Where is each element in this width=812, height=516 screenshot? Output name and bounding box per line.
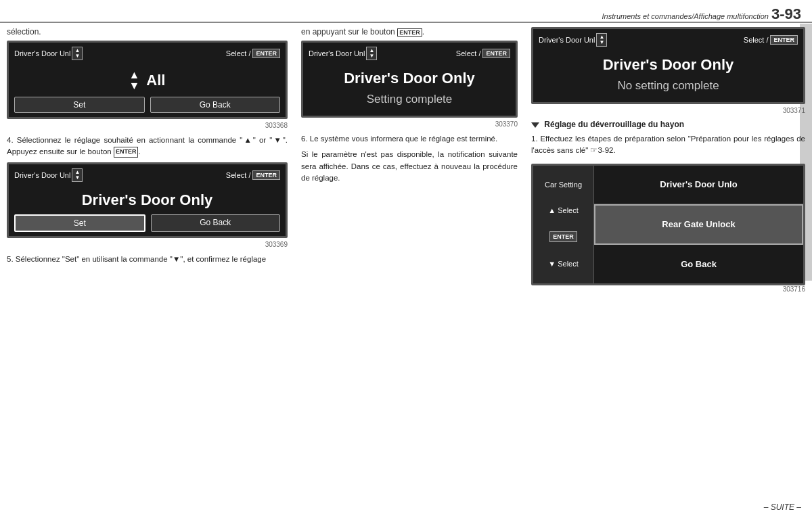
screen1-right: Driver's Door Unl ▲▼ Select / ENTER Driv… [531, 27, 805, 104]
left-para2: 5. Sélectionnez "Set" en utilisant la co… [7, 254, 288, 265]
car-screen-code: 303716 [531, 285, 805, 293]
screen1-mid-main: Driver's Door Only [309, 64, 510, 90]
screen1-left: Driver's Door Unl ▲▼ Select / ENTER ▲ ▼ … [7, 41, 288, 119]
select-down-label: ▼ Select [548, 260, 579, 268]
column-left: sélection. Driver's Door Unl ▲▼ Select /… [0, 27, 294, 502]
middle-para2: Si le paramètre n'est pas disponible, la… [301, 149, 518, 184]
screen1-right-main: Driver's Door Only [539, 51, 798, 76]
screen1-mid-top-left: Driver's Door Unl ▲▼ [309, 47, 377, 60]
section-heading: Réglage du déverrouillage du hayon [531, 120, 805, 129]
screen1-right-top-left: Driver's Door Unl ▲▼ [539, 33, 607, 47]
screen1-left-code: 303368 [7, 122, 288, 129]
column-middle: en appuyant sur le bouton ENTER. Driver'… [294, 27, 524, 502]
goback-btn-1: Go Back [150, 97, 281, 113]
enter-label-car: ENTER [549, 231, 577, 242]
footer-text: – SUITE – [764, 502, 801, 512]
updown-icon: ▲ ▼ [129, 70, 140, 91]
screen1-left-buttons: Set Go Back [14, 97, 280, 113]
triangle-icon [531, 122, 539, 128]
left-intro: sélection. [7, 27, 288, 37]
screen1-right-top-right: Select / ENTER [744, 35, 798, 45]
screen2-left-top-left: Driver's Door Unl ▲▼ [14, 168, 83, 182]
car-left-panel: Car Setting ▲ Select ENTER ▼ Select [533, 166, 594, 283]
screen2-left-code: 303369 [7, 241, 288, 248]
right-para1: 1. Effectuez les étapes de préparation s… [531, 133, 805, 157]
screen2-left-main: Driver's Door Only [14, 186, 280, 212]
middle-intro: en appuyant sur le bouton ENTER. [301, 27, 518, 37]
footer: – SUITE – [764, 502, 801, 512]
screen1-right-code: 303371 [531, 107, 805, 114]
enter-inline-mid: ENTER [397, 28, 422, 37]
car-setting-label: Car Setting [545, 181, 582, 189]
column-right: Driver's Door Unl ▲▼ Select / ENTER Driv… [524, 27, 812, 502]
screen2-left-buttons: Set Go Back [14, 214, 280, 232]
screen1-mid-top-right: Select / ENTER [456, 49, 510, 58]
arrows-icon: ▲▼ [72, 47, 83, 60]
arrows-icon-4: ▲▼ [596, 33, 607, 47]
screen2-left: Driver's Door Unl ▲▼ Select / ENTER Driv… [7, 162, 288, 238]
header-page: 3-93 [771, 5, 801, 23]
car-setting-screen: Car Setting ▲ Select ENTER ▼ Select Driv… [531, 164, 805, 285]
screen1-left-main: ▲ ▼ All [14, 64, 280, 94]
set-btn-1: Set [14, 97, 145, 113]
screen2-left-topbar: Driver's Door Unl ▲▼ Select / ENTER [14, 168, 280, 182]
screen1-middle: Driver's Door Unl ▲▼ Select / ENTER Driv… [301, 41, 518, 118]
set-btn-2: Set [14, 214, 145, 232]
select-up-label: ▲ Select [548, 206, 579, 214]
middle-para1: 6. Le système vous informera que le régl… [301, 133, 518, 145]
arrows-icon-2: ▲▼ [72, 168, 83, 182]
screen1-left-top-left: Driver's Door Unl ▲▼ [14, 47, 83, 60]
page-header: Instruments et commandes/Affichage multi… [602, 5, 801, 23]
screen1-mid-sub: Setting complete [309, 90, 510, 112]
enter-inline-1: ENTER [114, 147, 139, 158]
screen1-left-top-right: Select / ENTER [226, 49, 280, 58]
left-para1: 4. Sélectionnez le réglage souhaité en a… [7, 135, 288, 158]
header-title: Instruments et commandes/Affichage multi… [602, 12, 769, 20]
screen1-right-sub: No setting complete [539, 76, 798, 98]
screen1-mid-code: 303370 [301, 120, 518, 128]
main-content: sélection. Driver's Door Unl ▲▼ Select /… [0, 27, 812, 502]
goback-btn-2: Go Back [151, 214, 281, 232]
car-item-driver-door: Driver's Door Unlo [594, 166, 803, 204]
car-right-panel: Driver's Door Unlo Rear Gate Unlock Go B… [594, 166, 803, 283]
screen1-right-topbar: Driver's Door Unl ▲▼ Select / ENTER [539, 33, 798, 47]
screen1-mid-topbar: Driver's Door Unl ▲▼ Select / ENTER [309, 47, 510, 60]
car-item-go-back: Go Back [594, 245, 803, 283]
car-item-rear-gate: Rear Gate Unlock [594, 204, 803, 245]
screen2-left-top-right: Select / ENTER [226, 170, 280, 180]
arrows-icon-3: ▲▼ [366, 47, 377, 60]
screen1-left-topbar: Driver's Door Unl ▲▼ Select / ENTER [14, 47, 280, 60]
header-divider [0, 22, 812, 23]
